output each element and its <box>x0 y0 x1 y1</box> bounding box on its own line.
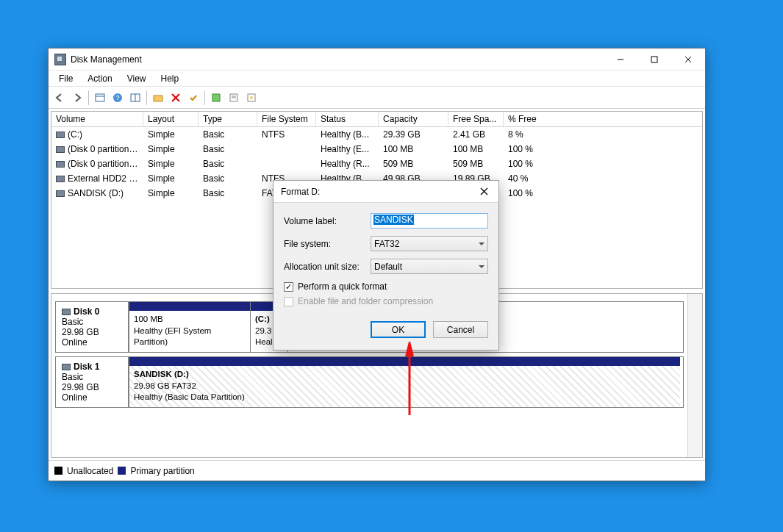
menu-file[interactable]: File <box>53 72 79 85</box>
check-icon[interactable] <box>185 90 201 106</box>
checkbox-compression <box>284 297 293 306</box>
svg-point-18 <box>250 96 253 99</box>
layout-icon[interactable] <box>127 90 143 106</box>
app-icon <box>54 54 66 65</box>
dialog-title: Format D: <box>281 187 320 197</box>
label-quick-format: Perform a quick format <box>298 281 387 292</box>
label-fs: File system: <box>284 239 371 249</box>
volume-header: Volume Layout Type File System Status Ca… <box>51 112 702 127</box>
col-type[interactable]: Type <box>199 112 257 126</box>
volume-row[interactable]: (Disk 0 partition 4)SimpleBasicHealthy (… <box>51 157 702 171</box>
ok-button[interactable]: OK <box>371 321 426 338</box>
label-volume: Volume label: <box>284 216 371 226</box>
col-fs[interactable]: File System <box>257 112 316 126</box>
disk-label[interactable]: Disk 0 Basic29.98 GBOnline <box>55 301 129 353</box>
menu-view[interactable]: View <box>121 72 152 85</box>
chevron-down-icon <box>479 242 485 248</box>
dialog-close-button[interactable] <box>469 181 498 203</box>
delete-icon[interactable] <box>168 90 184 106</box>
forward-icon[interactable] <box>69 90 85 106</box>
label-aus: Allocation unit size: <box>284 262 371 272</box>
legend-unallocated-label: Unallocated <box>67 466 113 476</box>
select-allocation-unit-size[interactable]: Default <box>371 259 488 274</box>
partition[interactable]: SANDISK (D:)29.98 GB FAT32Healthy (Basic… <box>129 357 680 407</box>
legend: Unallocated Primary partition <box>49 460 705 481</box>
checkbox-quick-format[interactable] <box>284 282 293 292</box>
volume-icon <box>56 146 65 153</box>
volume-icon <box>56 176 65 182</box>
svg-rect-10 <box>154 96 162 101</box>
volume-icon <box>56 161 65 168</box>
volume-row[interactable]: (C:)SimpleBasicNTFSHealthy (B...29.39 GB… <box>51 127 702 142</box>
col-free[interactable]: Free Spa... <box>448 112 504 126</box>
toolbar: ? <box>49 87 705 109</box>
format-dialog: Format D: Volume label: SANDISK File sys… <box>273 180 499 351</box>
window-title: Disk Management <box>71 54 142 65</box>
select-file-system[interactable]: FAT32 <box>371 236 488 251</box>
svg-rect-1 <box>651 57 657 62</box>
legend-primary-label: Primary partition <box>130 466 194 476</box>
disk-icon <box>62 364 71 370</box>
help-icon[interactable]: ? <box>110 90 126 106</box>
disk-row: Disk 1 Basic29.98 GBOnline SANDISK (D:)2… <box>55 356 684 408</box>
refresh-icon[interactable] <box>208 90 224 106</box>
settings-icon[interactable] <box>150 90 166 106</box>
back-icon[interactable] <box>51 90 68 106</box>
minimize-button[interactable] <box>604 48 637 71</box>
label-compression: Enable file and folder compression <box>298 296 433 306</box>
svg-text:?: ? <box>115 94 119 101</box>
col-capacity[interactable]: Capacity <box>379 112 448 126</box>
input-volume-label[interactable]: SANDISK <box>371 213 488 229</box>
volume-row[interactable]: (Disk 0 partition 1)SimpleBasicHealthy (… <box>51 142 702 157</box>
maximize-button[interactable] <box>637 48 671 71</box>
col-status[interactable]: Status <box>316 112 379 126</box>
svg-rect-13 <box>212 94 220 101</box>
disk-icon <box>62 309 71 315</box>
details-icon[interactable] <box>92 90 108 106</box>
menu-bar: File Action View Help <box>49 71 705 87</box>
menu-action[interactable]: Action <box>82 72 118 85</box>
legend-unallocated-swatch <box>54 467 62 475</box>
properties-icon[interactable] <box>226 90 242 106</box>
col-layout[interactable]: Layout <box>143 112 199 126</box>
menu-help[interactable]: Help <box>155 72 185 85</box>
partition[interactable]: 100 MBHealthy (EFI System Partition) <box>129 302 250 352</box>
disk-label[interactable]: Disk 1 Basic29.98 GBOnline <box>55 356 129 408</box>
cancel-button[interactable]: Cancel <box>433 321 488 338</box>
chevron-down-icon <box>479 265 485 271</box>
scrollbar[interactable] <box>687 294 702 457</box>
col-pctfree[interactable]: % Free <box>504 112 555 126</box>
volume-icon <box>56 132 65 138</box>
legend-primary-swatch <box>118 467 126 475</box>
titlebar: Disk Management <box>49 48 705 71</box>
svg-rect-4 <box>96 94 104 101</box>
close-button[interactable] <box>671 48 705 71</box>
volume-icon <box>56 190 65 197</box>
dialog-titlebar: Format D: <box>273 181 498 203</box>
col-volume[interactable]: Volume <box>51 112 143 126</box>
wizard-icon[interactable] <box>243 90 260 106</box>
